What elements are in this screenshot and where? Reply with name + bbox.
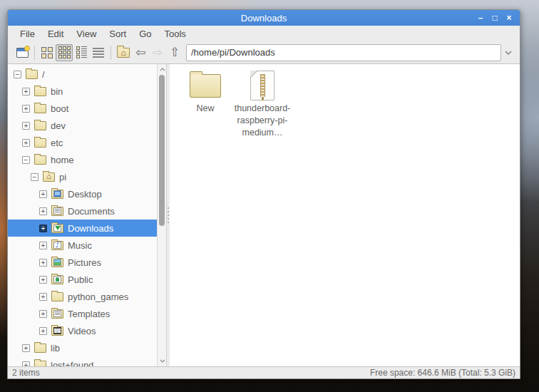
tree-row-label: dev <box>51 120 66 131</box>
thumbnail-view-button[interactable] <box>56 44 73 61</box>
folder-icon <box>34 121 46 130</box>
sidebar-scrollbar[interactable] <box>157 64 166 366</box>
tree-row[interactable]: + ♪ Music <box>8 237 166 254</box>
tree-row[interactable]: + Templates <box>8 305 166 322</box>
tree-row[interactable]: + boot <box>8 100 166 117</box>
tree-row[interactable]: + lib <box>8 339 166 356</box>
tree-row[interactable]: + dev <box>8 117 166 134</box>
tree-expander-icon[interactable]: + <box>39 225 47 232</box>
close-icon[interactable]: × <box>504 11 514 25</box>
content-area: − / + bin + boot + dev + etc − home − ⌂ … <box>8 63 520 366</box>
directory-tree: − / + bin + boot + dev + etc − home − ⌂ … <box>8 64 166 366</box>
tree-row[interactable]: + Desktop <box>8 185 166 202</box>
tree-row[interactable]: − home <box>8 151 166 168</box>
tree-row-label: Downloads <box>68 223 113 234</box>
titlebar[interactable]: Downloads – □ × <box>8 10 520 26</box>
menu-view[interactable]: View <box>70 27 103 41</box>
toolbar-separator <box>111 46 111 60</box>
tree-row[interactable]: + lost+found <box>8 356 166 366</box>
path-dropdown-button[interactable] <box>501 44 515 61</box>
tree-row-label: pi <box>59 172 66 182</box>
tree-expander-icon[interactable]: + <box>39 327 47 335</box>
tree-row[interactable]: − ⌂ pi <box>8 168 166 185</box>
tree-row[interactable]: + Pictures <box>8 254 166 271</box>
folder-icon <box>34 155 46 165</box>
tree-expander-icon[interactable]: + <box>22 344 30 352</box>
back-button[interactable]: ⇦ <box>132 44 149 61</box>
folder-icon <box>51 292 63 301</box>
file-item[interactable]: New <box>177 68 234 115</box>
tree-row-label: Desktop <box>68 189 102 200</box>
detailed-list-view-button[interactable] <box>90 44 107 61</box>
tree-expander-icon[interactable]: + <box>22 361 30 367</box>
tree-expander-icon[interactable]: + <box>39 276 47 284</box>
folder-icon <box>34 361 46 367</box>
tree-row-label: lost+found <box>51 360 93 367</box>
folder-pictures-icon <box>51 258 63 267</box>
forward-icon: ⇨ <box>153 46 163 58</box>
file-item[interactable]: thunderboard-raspberry-pi-medium… <box>234 68 291 139</box>
folder-icon <box>34 87 46 96</box>
new-window-icon <box>16 48 29 58</box>
tree-row[interactable]: + etc <box>8 134 166 151</box>
home-folder-icon: ⌂ <box>117 48 130 58</box>
tree-row-label: etc <box>51 138 63 148</box>
tree-row[interactable]: + python_games <box>8 288 166 305</box>
tree-row[interactable]: − / <box>8 66 166 83</box>
minimize-icon[interactable]: – <box>476 11 486 25</box>
zip-file-icon <box>250 71 274 100</box>
window-title: Downloads <box>241 13 287 24</box>
tree-expander-icon[interactable]: − <box>31 173 38 181</box>
tree-expander-icon[interactable]: + <box>22 139 30 147</box>
splitter-handle-icon <box>168 207 169 223</box>
icon-view-button[interactable] <box>38 44 56 61</box>
scroll-up-icon[interactable] <box>158 65 166 74</box>
tree-row[interactable]: + Videos <box>8 322 166 339</box>
tree-expander-icon[interactable]: + <box>22 88 30 96</box>
tree-expander-icon[interactable]: + <box>22 105 30 113</box>
tree-expander-icon[interactable]: + <box>22 122 30 130</box>
menu-file[interactable]: File <box>14 27 41 41</box>
tree-expander-icon[interactable]: + <box>39 190 47 198</box>
home-button[interactable]: ⌂ <box>115 44 132 61</box>
tree-row[interactable]: + Documents <box>8 202 166 220</box>
scrollbar-thumb[interactable] <box>159 75 165 226</box>
tree-row-label: bin <box>51 86 63 97</box>
tree-expander-icon[interactable]: + <box>39 242 47 249</box>
tree-expander-icon[interactable]: + <box>39 310 47 318</box>
new-window-button[interactable] <box>14 44 31 61</box>
folder-icon <box>34 138 46 148</box>
tree-expander-icon[interactable]: + <box>39 293 47 301</box>
menu-tools[interactable]: Tools <box>158 27 192 41</box>
tree-row[interactable]: + Public <box>8 271 166 288</box>
up-icon: ⇧ <box>170 46 180 58</box>
file-iconbox <box>250 68 274 103</box>
public-emblem-icon <box>53 276 61 283</box>
file-list-panel[interactable]: New thunderboard-raspberry-pi-medium… <box>170 64 520 366</box>
tree-row-label: / <box>42 69 45 80</box>
menubar: File Edit View Sort Go Tools <box>8 26 520 41</box>
tree-expander-icon[interactable]: + <box>39 207 47 215</box>
pane-splitter[interactable] <box>166 64 170 366</box>
directory-tree-pane: − / + bin + boot + dev + etc − home − ⌂ … <box>8 64 166 366</box>
tree-expander-icon[interactable]: − <box>14 71 21 78</box>
compact-view-button[interactable] <box>73 44 90 61</box>
menu-sort[interactable]: Sort <box>103 27 133 41</box>
tree-row-label: lib <box>51 343 60 354</box>
tree-row-label: home <box>51 155 74 165</box>
tree-row[interactable]: + Downloads <box>8 220 166 237</box>
folder-icon <box>190 74 221 98</box>
tree-row[interactable]: + bin <box>8 83 166 100</box>
tree-expander-icon[interactable]: − <box>22 156 30 164</box>
path-input[interactable] <box>186 44 501 61</box>
folder-videos-icon <box>51 326 63 336</box>
documents-emblem-icon <box>53 207 61 215</box>
menu-go[interactable]: Go <box>133 27 158 41</box>
menu-edit[interactable]: Edit <box>41 27 70 41</box>
tree-expander-icon[interactable]: + <box>39 259 47 267</box>
maximize-icon[interactable]: □ <box>490 11 500 25</box>
tree-row-label: Videos <box>68 326 96 336</box>
back-icon: ⇦ <box>135 46 145 58</box>
scroll-down-icon[interactable] <box>158 356 166 366</box>
up-button[interactable]: ⇧ <box>166 44 183 61</box>
